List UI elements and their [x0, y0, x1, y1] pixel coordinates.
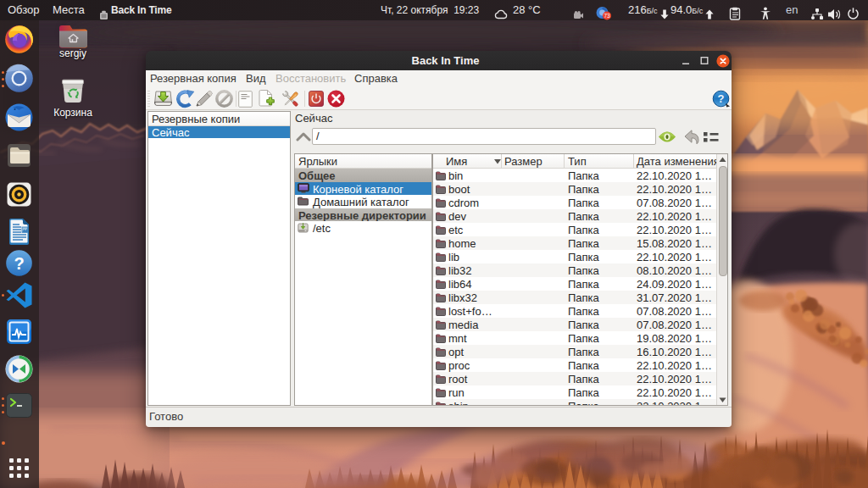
svg-text:?: ?: [14, 254, 24, 273]
svg-text:?: ?: [718, 92, 725, 105]
svg-text:73: 73: [604, 13, 610, 19]
